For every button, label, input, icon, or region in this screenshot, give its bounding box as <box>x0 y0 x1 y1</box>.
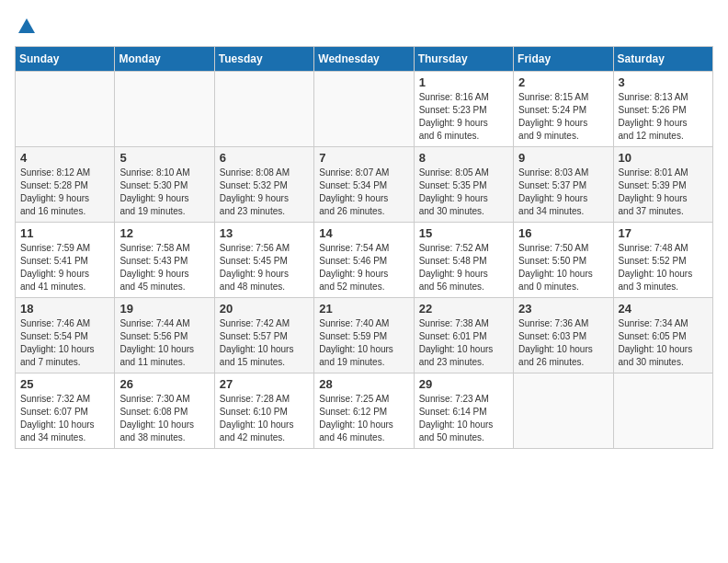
day-cell: 15Sunrise: 7:52 AM Sunset: 5:48 PM Dayli… <box>414 222 513 297</box>
day-info: Sunrise: 8:07 AM Sunset: 5:34 PM Dayligh… <box>319 167 408 218</box>
day-cell <box>214 71 313 146</box>
day-number: 4 <box>20 151 109 165</box>
day-number: 3 <box>619 75 708 89</box>
week-row-3: 11Sunrise: 7:59 AM Sunset: 5:41 PM Dayli… <box>16 222 713 297</box>
day-number: 10 <box>619 151 708 165</box>
day-number: 1 <box>419 75 508 89</box>
day-cell: 13Sunrise: 7:56 AM Sunset: 5:45 PM Dayli… <box>214 222 313 297</box>
day-cell: 2Sunrise: 8:15 AM Sunset: 5:24 PM Daylig… <box>514 71 613 146</box>
day-number: 27 <box>220 377 309 391</box>
day-number: 26 <box>119 377 209 391</box>
day-number: 15 <box>419 226 508 240</box>
logo-icon <box>17 17 37 37</box>
day-info: Sunrise: 7:52 AM Sunset: 5:48 PM Dayligh… <box>419 242 508 293</box>
day-cell <box>613 373 712 448</box>
calendar-table: SundayMondayTuesdayWednesdayThursdayFrid… <box>15 46 713 449</box>
day-info: Sunrise: 8:12 AM Sunset: 5:28 PM Dayligh… <box>20 167 109 218</box>
day-cell <box>16 71 115 146</box>
day-number: 11 <box>20 226 109 240</box>
day-info: Sunrise: 7:30 AM Sunset: 6:08 PM Dayligh… <box>119 393 209 444</box>
day-info: Sunrise: 8:16 AM Sunset: 5:23 PM Dayligh… <box>419 91 508 143</box>
day-info: Sunrise: 8:03 AM Sunset: 5:37 PM Dayligh… <box>518 167 608 218</box>
day-cell: 27Sunrise: 7:28 AM Sunset: 6:10 PM Dayli… <box>214 373 313 448</box>
day-cell: 8Sunrise: 8:05 AM Sunset: 5:35 PM Daylig… <box>414 146 513 222</box>
day-info: Sunrise: 7:25 AM Sunset: 6:12 PM Dayligh… <box>319 393 408 444</box>
header-row: SundayMondayTuesdayWednesdayThursdayFrid… <box>16 46 713 71</box>
col-header-saturday: Saturday <box>613 46 712 71</box>
day-info: Sunrise: 7:34 AM Sunset: 6:05 PM Dayligh… <box>619 317 708 369</box>
day-info: Sunrise: 7:58 AM Sunset: 5:43 PM Dayligh… <box>119 242 209 293</box>
day-cell: 9Sunrise: 8:03 AM Sunset: 5:37 PM Daylig… <box>514 146 613 222</box>
week-row-1: 1Sunrise: 8:16 AM Sunset: 5:23 PM Daylig… <box>16 71 713 146</box>
logo <box>15 15 39 37</box>
col-header-thursday: Thursday <box>414 46 513 71</box>
day-cell: 22Sunrise: 7:38 AM Sunset: 6:01 PM Dayli… <box>414 297 513 373</box>
day-info: Sunrise: 7:42 AM Sunset: 5:57 PM Dayligh… <box>220 317 309 369</box>
week-row-5: 25Sunrise: 7:32 AM Sunset: 6:07 PM Dayli… <box>16 373 713 448</box>
day-cell: 20Sunrise: 7:42 AM Sunset: 5:57 PM Dayli… <box>214 297 313 373</box>
day-number: 20 <box>220 302 309 316</box>
day-cell: 18Sunrise: 7:46 AM Sunset: 5:54 PM Dayli… <box>16 297 115 373</box>
day-cell: 28Sunrise: 7:25 AM Sunset: 6:12 PM Dayli… <box>314 373 414 448</box>
day-number: 28 <box>319 377 408 391</box>
svg-marker-0 <box>18 18 35 33</box>
day-number: 25 <box>20 377 109 391</box>
day-number: 12 <box>119 226 209 240</box>
col-header-friday: Friday <box>514 46 613 71</box>
day-number: 9 <box>518 151 608 165</box>
day-cell: 17Sunrise: 7:48 AM Sunset: 5:52 PM Dayli… <box>613 222 712 297</box>
col-header-sunday: Sunday <box>16 46 115 71</box>
day-info: Sunrise: 8:08 AM Sunset: 5:32 PM Dayligh… <box>220 167 309 218</box>
day-info: Sunrise: 7:48 AM Sunset: 5:52 PM Dayligh… <box>619 242 708 293</box>
day-info: Sunrise: 8:15 AM Sunset: 5:24 PM Dayligh… <box>518 91 608 143</box>
day-cell: 14Sunrise: 7:54 AM Sunset: 5:46 PM Dayli… <box>314 222 414 297</box>
day-number: 16 <box>518 226 608 240</box>
day-number: 29 <box>419 377 508 391</box>
day-cell: 19Sunrise: 7:44 AM Sunset: 5:56 PM Dayli… <box>115 297 214 373</box>
day-number: 24 <box>619 302 708 316</box>
day-number: 8 <box>419 151 508 165</box>
day-info: Sunrise: 7:56 AM Sunset: 5:45 PM Dayligh… <box>220 242 309 293</box>
day-info: Sunrise: 7:38 AM Sunset: 6:01 PM Dayligh… <box>419 317 508 369</box>
day-cell: 11Sunrise: 7:59 AM Sunset: 5:41 PM Dayli… <box>16 222 115 297</box>
day-cell: 24Sunrise: 7:34 AM Sunset: 6:05 PM Dayli… <box>613 297 712 373</box>
day-number: 19 <box>119 302 209 316</box>
day-cell: 29Sunrise: 7:23 AM Sunset: 6:14 PM Dayli… <box>414 373 513 448</box>
day-cell: 5Sunrise: 8:10 AM Sunset: 5:30 PM Daylig… <box>115 146 214 222</box>
day-number: 18 <box>20 302 109 316</box>
day-cell <box>514 373 613 448</box>
day-cell: 10Sunrise: 8:01 AM Sunset: 5:39 PM Dayli… <box>613 146 712 222</box>
week-row-4: 18Sunrise: 7:46 AM Sunset: 5:54 PM Dayli… <box>16 297 713 373</box>
day-cell: 26Sunrise: 7:30 AM Sunset: 6:08 PM Dayli… <box>115 373 214 448</box>
day-cell <box>314 71 414 146</box>
day-number: 5 <box>119 151 209 165</box>
day-number: 17 <box>619 226 708 240</box>
day-cell: 4Sunrise: 8:12 AM Sunset: 5:28 PM Daylig… <box>16 146 115 222</box>
day-info: Sunrise: 7:32 AM Sunset: 6:07 PM Dayligh… <box>20 393 109 444</box>
day-info: Sunrise: 7:28 AM Sunset: 6:10 PM Dayligh… <box>220 393 309 444</box>
day-info: Sunrise: 7:44 AM Sunset: 5:56 PM Dayligh… <box>119 317 209 369</box>
col-header-monday: Monday <box>115 46 214 71</box>
col-header-tuesday: Tuesday <box>214 46 313 71</box>
day-info: Sunrise: 8:13 AM Sunset: 5:26 PM Dayligh… <box>619 91 708 143</box>
day-number: 13 <box>220 226 309 240</box>
day-number: 14 <box>319 226 408 240</box>
day-cell: 21Sunrise: 7:40 AM Sunset: 5:59 PM Dayli… <box>314 297 414 373</box>
day-cell: 12Sunrise: 7:58 AM Sunset: 5:43 PM Dayli… <box>115 222 214 297</box>
logo-text <box>15 15 39 37</box>
day-number: 22 <box>419 302 508 316</box>
day-info: Sunrise: 7:36 AM Sunset: 6:03 PM Dayligh… <box>518 317 608 369</box>
day-info: Sunrise: 8:01 AM Sunset: 5:39 PM Dayligh… <box>619 167 708 218</box>
col-header-wednesday: Wednesday <box>314 46 414 71</box>
day-cell <box>115 71 214 146</box>
day-number: 21 <box>319 302 408 316</box>
day-number: 2 <box>518 75 608 89</box>
day-info: Sunrise: 8:05 AM Sunset: 5:35 PM Dayligh… <box>419 167 508 218</box>
day-info: Sunrise: 7:54 AM Sunset: 5:46 PM Dayligh… <box>319 242 408 293</box>
day-info: Sunrise: 7:50 AM Sunset: 5:50 PM Dayligh… <box>518 242 608 293</box>
day-cell: 6Sunrise: 8:08 AM Sunset: 5:32 PM Daylig… <box>214 146 313 222</box>
day-cell: 23Sunrise: 7:36 AM Sunset: 6:03 PM Dayli… <box>514 297 613 373</box>
day-cell: 1Sunrise: 8:16 AM Sunset: 5:23 PM Daylig… <box>414 71 513 146</box>
day-info: Sunrise: 7:40 AM Sunset: 5:59 PM Dayligh… <box>319 317 408 369</box>
day-number: 6 <box>220 151 309 165</box>
